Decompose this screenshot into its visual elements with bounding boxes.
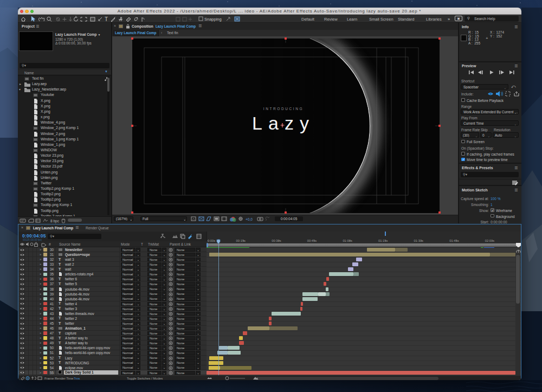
svg-text:Lazy: Lazy	[252, 113, 315, 133]
svg-text:INTRODUCING: INTRODUCING	[263, 107, 304, 111]
svg-text:+0,0: +0,0	[246, 217, 253, 221]
svg-text:Snapping: Snapping	[204, 17, 222, 22]
svg-text:T: T	[105, 16, 108, 22]
svg-text:8 bpc: 8 bpc	[50, 219, 60, 223]
